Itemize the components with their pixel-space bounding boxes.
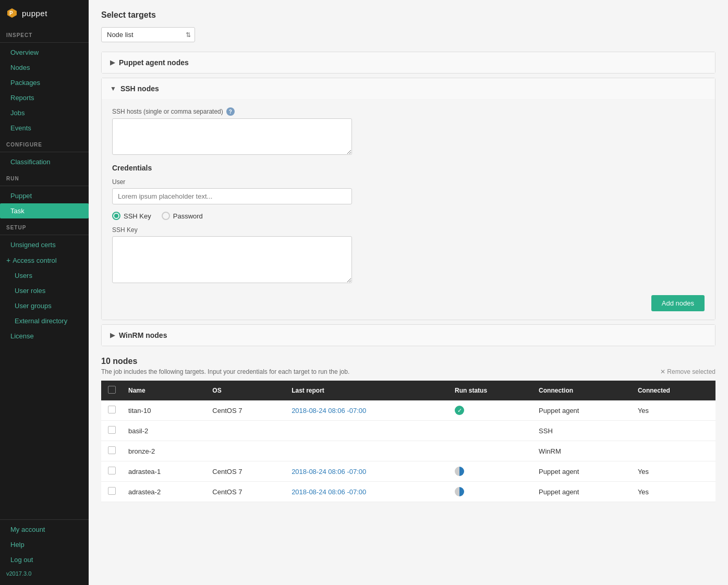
winrm-nodes-header[interactable]: ▶ WinRM nodes (102, 325, 715, 346)
add-nodes-button[interactable]: Add nodes (651, 295, 705, 311)
table-header-connection: Connection (532, 381, 632, 400)
select-targets-title: Select targets (101, 10, 715, 20)
credentials-label: Credentials (112, 164, 705, 172)
row-connected: Yes (632, 400, 715, 421)
sidebar-item-packages[interactable]: Packages (0, 75, 89, 90)
sidebar-item-users[interactable]: Users (0, 268, 89, 283)
row-checkbox-cell (101, 482, 122, 502)
password-radio[interactable]: Password (162, 212, 203, 220)
run-status-half-icon (455, 467, 464, 476)
ssh-key-radio[interactable]: SSH Key (112, 212, 151, 220)
ssh-key-field: SSH Key (112, 226, 705, 285)
table-row: adrastea-1CentOS 72018-08-24 08:06 -07:0… (101, 461, 715, 482)
row-checkbox[interactable] (108, 446, 116, 454)
sidebar-bottom: My account Help Log out v2017.3.0 (0, 517, 89, 585)
select-all-checkbox[interactable] (108, 386, 116, 394)
ssh-key-label: SSH Key (112, 226, 705, 234)
row-connection: Puppet agent (532, 400, 632, 421)
row-checkbox[interactable] (108, 467, 116, 474)
main-content: Select targets Node list ⇅ ▶ Puppet agen… (89, 0, 728, 585)
sidebar-item-overview[interactable]: Overview (0, 45, 89, 60)
row-run-status (448, 482, 532, 502)
ssh-hosts-textarea[interactable] (112, 118, 352, 155)
row-name: adrastea-1 (122, 461, 206, 482)
last-report-link[interactable]: 2018-08-24 08:06 -07:00 (292, 488, 366, 496)
row-name: adrastea-2 (122, 482, 206, 502)
row-os: CentOS 7 (206, 461, 285, 482)
node-list-select[interactable]: Node list (101, 27, 195, 42)
svg-text:P: P (9, 10, 13, 16)
sidebar-item-unsigned-certs[interactable]: Unsigned certs (0, 237, 89, 252)
run-status-ok-icon: ✓ (455, 406, 464, 415)
sidebar: P puppet INSPECT Overview Nodes Packages… (0, 0, 89, 585)
sidebar-item-help[interactable]: Help (0, 537, 89, 552)
sidebar-item-user-roles[interactable]: User roles (0, 283, 89, 298)
sidebar-version[interactable]: v2017.3.0 (0, 567, 89, 580)
ssh-nodes-header[interactable]: ▼ SSH nodes (102, 78, 715, 99)
table-header-name: Name (122, 381, 206, 400)
ssh-hosts-field: SSH hosts (single or comma separated) ? (112, 107, 705, 156)
row-checkbox[interactable] (108, 426, 116, 434)
sidebar-item-jobs[interactable]: Jobs (0, 105, 89, 120)
last-report-link[interactable]: 2018-08-24 08:06 -07:00 (292, 407, 366, 415)
remove-selected-button[interactable]: ✕ Remove selected (660, 368, 715, 375)
sidebar-item-reports[interactable]: Reports (0, 90, 89, 105)
sidebar-item-classification[interactable]: Classification (0, 154, 89, 169)
table-row: bronze-2WinRM (101, 441, 715, 461)
ssh-hosts-help-icon[interactable]: ? (226, 107, 235, 116)
table-header-last-report: Last report (285, 381, 448, 400)
logo-text: puppet (22, 9, 47, 18)
ssh-nodes-panel: ▼ SSH nodes SSH hosts (single or comma s… (101, 78, 715, 320)
row-run-status: ✓ (448, 400, 532, 421)
row-last-report: 2018-08-24 08:06 -07:00 (285, 461, 448, 482)
last-report-link[interactable]: 2018-08-24 08:06 -07:00 (292, 468, 366, 476)
row-connection: WinRM (532, 441, 632, 461)
user-label: User (112, 178, 705, 186)
row-run-status (448, 461, 532, 482)
run-section-label: RUN (0, 169, 89, 184)
row-checkbox-cell (101, 441, 122, 461)
row-checkbox[interactable] (108, 487, 116, 495)
sidebar-item-external-directory[interactable]: External directory (0, 313, 89, 328)
sidebar-item-nodes[interactable]: Nodes (0, 60, 89, 75)
sidebar-item-access-control[interactable]: + Access control (0, 252, 89, 268)
sidebar-item-events[interactable]: Events (0, 120, 89, 136)
row-os (206, 441, 285, 461)
setup-section-label: SETUP (0, 218, 89, 233)
table-header-run-status: Run status (448, 381, 532, 400)
row-connected (632, 421, 715, 441)
puppet-agent-nodes-header[interactable]: ▶ Puppet agent nodes (102, 52, 715, 73)
sidebar-item-my-account[interactable]: My account (0, 522, 89, 537)
sidebar-item-task[interactable]: Task (0, 203, 89, 218)
winrm-nodes-panel: ▶ WinRM nodes (101, 324, 715, 346)
ssh-key-textarea[interactable] (112, 236, 352, 283)
table-body: titan-10CentOS 72018-08-24 08:06 -07:00✓… (101, 400, 715, 502)
row-os (206, 421, 285, 441)
winrm-nodes-label: WinRM nodes (119, 331, 167, 339)
table-row: titan-10CentOS 72018-08-24 08:06 -07:00✓… (101, 400, 715, 421)
row-os: CentOS 7 (206, 482, 285, 502)
row-connection: SSH (532, 421, 632, 441)
row-connected (632, 441, 715, 461)
table-header-row: Name OS Last report Run status Connectio… (101, 381, 715, 400)
row-last-report: 2018-08-24 08:06 -07:00 (285, 400, 448, 421)
sidebar-item-puppet[interactable]: Puppet (0, 188, 89, 203)
puppet-logo-icon: P (6, 7, 18, 19)
chevron-right-icon: ▶ (110, 59, 115, 66)
sidebar-item-log-out[interactable]: Log out (0, 552, 89, 567)
ssh-nodes-body: SSH hosts (single or comma separated) ? … (102, 99, 715, 320)
row-connection: Puppet agent (532, 461, 632, 482)
puppet-agent-nodes-panel: ▶ Puppet agent nodes (101, 52, 715, 74)
row-last-report (285, 421, 448, 441)
sidebar-item-license[interactable]: License (0, 328, 89, 344)
ssh-hosts-label: SSH hosts (single or comma separated) ? (112, 107, 705, 116)
sidebar-item-user-groups[interactable]: User groups (0, 298, 89, 313)
user-input[interactable] (112, 188, 352, 204)
ssh-key-radio-indicator (112, 212, 120, 220)
table-row: adrastea-2CentOS 72018-08-24 08:06 -07:0… (101, 482, 715, 502)
row-run-status (448, 441, 532, 461)
row-checkbox[interactable] (108, 406, 116, 413)
nodes-table: Name OS Last report Run status Connectio… (101, 381, 715, 502)
table-header-checkbox (101, 381, 122, 400)
row-name: titan-10 (122, 400, 206, 421)
